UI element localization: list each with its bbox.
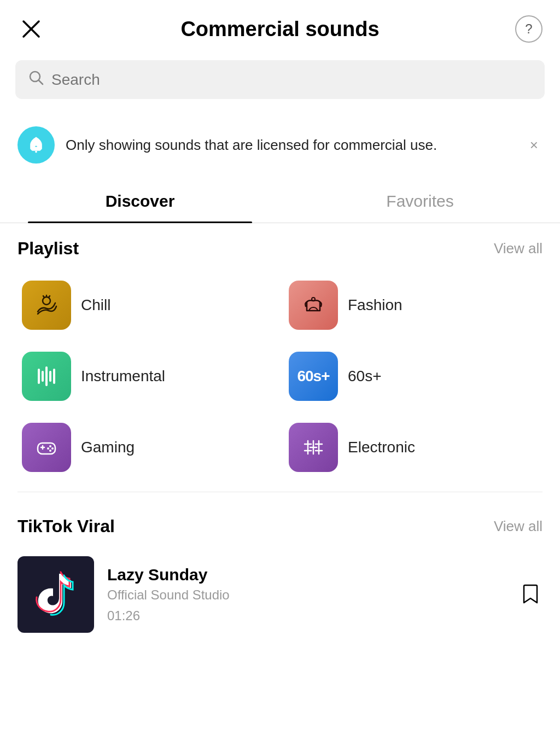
sixties-label: 60s+	[348, 368, 382, 385]
svg-point-21	[47, 447, 49, 450]
tiktok-viral-header: TikTok Viral View all	[0, 501, 560, 547]
playlist-item-instrumental[interactable]: Instrumental	[13, 341, 280, 412]
svg-line-8	[49, 296, 50, 298]
tiktok-viral-section: TikTok Viral View all Lazy Sunday Offici…	[0, 501, 560, 652]
svg-point-6	[43, 297, 50, 305]
svg-line-9	[43, 296, 44, 298]
playlist-view-all[interactable]: View all	[494, 240, 542, 257]
help-icon: ?	[525, 21, 532, 37]
search-input[interactable]	[51, 71, 532, 89]
chill-label: Chill	[81, 296, 110, 314]
playlist-item-fashion[interactable]: Fashion	[280, 270, 547, 341]
help-button[interactable]: ?	[515, 15, 542, 43]
search-container	[0, 54, 560, 110]
playlist-section-header: Playlist View all	[0, 223, 560, 270]
instrumental-icon	[22, 352, 71, 401]
playlist-item-chill[interactable]: Chill	[13, 270, 280, 341]
notice-icon	[18, 126, 55, 164]
close-button[interactable]	[18, 15, 45, 43]
fashion-label: Fashion	[348, 296, 402, 314]
sixties-badge-text: 60s+	[297, 368, 329, 385]
playlist-title: Playlist	[18, 238, 79, 259]
notice-content: Only showing sounds that are licensed fo…	[18, 126, 437, 164]
song-artist: Official Sound Studio	[107, 587, 505, 603]
song-title: Lazy Sunday	[107, 566, 505, 584]
gaming-icon	[22, 423, 71, 472]
electronic-icon	[289, 423, 338, 472]
notice-text: Only showing sounds that are licensed fo…	[66, 135, 437, 155]
playlist-grid: Chill Fashion Instrumental	[0, 270, 560, 483]
tiktok-viral-title: TikTok Viral	[18, 516, 115, 537]
svg-point-10	[312, 298, 315, 301]
tab-discover[interactable]: Discover	[0, 180, 280, 223]
tabs: Discover Favorites	[0, 180, 560, 223]
svg-point-22	[49, 450, 51, 452]
bookmark-button[interactable]	[518, 582, 542, 607]
electronic-label: Electronic	[348, 439, 415, 456]
gaming-label: Gaming	[81, 439, 135, 456]
tiktok-viral-view-all[interactable]: View all	[494, 518, 542, 535]
song-duration: 01:26	[107, 608, 505, 623]
section-divider	[18, 492, 542, 492]
fashion-icon	[289, 281, 338, 330]
song-info: Lazy Sunday Official Sound Studio 01:26	[107, 566, 505, 623]
svg-point-19	[49, 445, 51, 447]
svg-point-20	[51, 447, 54, 450]
playlist-item-gaming[interactable]: Gaming	[13, 412, 280, 483]
notice-banner: Only showing sounds that are licensed fo…	[0, 115, 560, 174]
header: Commercial sounds ?	[0, 0, 560, 54]
svg-point-4	[35, 151, 37, 153]
notice-close-button[interactable]: ×	[526, 132, 542, 158]
svg-line-3	[39, 80, 43, 84]
search-icon	[28, 70, 44, 89]
playlist-item-sixties[interactable]: 60s+ 60s+	[280, 341, 547, 412]
song-item-lazy-sunday[interactable]: Lazy Sunday Official Sound Studio 01:26	[0, 547, 560, 642]
chill-icon	[22, 281, 71, 330]
search-bar[interactable]	[15, 60, 545, 99]
tab-favorites[interactable]: Favorites	[280, 180, 560, 223]
sixties-icon: 60s+	[289, 352, 338, 401]
instrumental-label: Instrumental	[81, 368, 165, 385]
page-title: Commercial sounds	[45, 18, 515, 41]
playlist-item-electronic[interactable]: Electronic	[280, 412, 547, 483]
song-thumbnail	[18, 556, 94, 633]
svg-rect-5	[35, 146, 37, 147]
